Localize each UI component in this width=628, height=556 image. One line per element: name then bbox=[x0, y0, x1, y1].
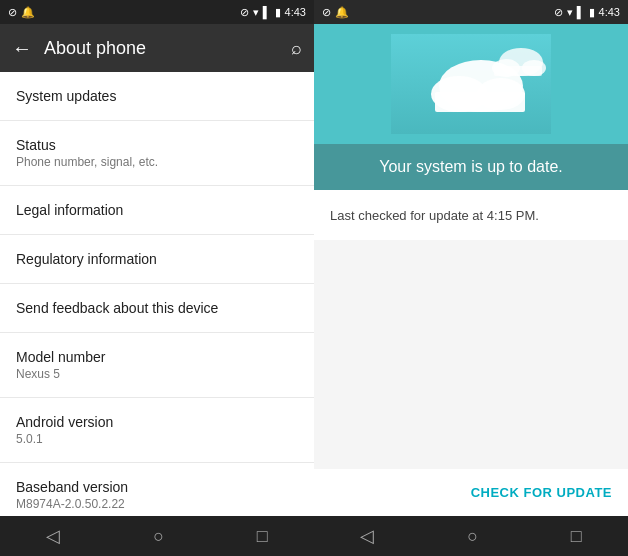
left-nav-bar: ◁ ○ □ bbox=[0, 516, 314, 556]
right-status-bar-left: ⊘ 🔔 bbox=[322, 6, 349, 19]
last-checked-section: Last checked for update at 4:15 PM. bbox=[314, 190, 628, 240]
cloud-banner bbox=[314, 24, 628, 144]
svg-rect-4 bbox=[435, 92, 525, 112]
right-battery-icon: ▮ bbox=[589, 6, 595, 19]
cloud-illustration bbox=[391, 34, 551, 134]
right-status-bar-right: ⊘ ▾ ▌ ▮ 4:43 bbox=[554, 6, 620, 19]
battery-icon: ▮ bbox=[275, 6, 281, 19]
back-button[interactable]: ← bbox=[12, 37, 32, 60]
menu-item-status[interactable]: Status Phone number, signal, etc. bbox=[0, 121, 314, 186]
signal-icon: ▌ bbox=[263, 6, 271, 18]
right-no-symbol-icon: ⊘ bbox=[554, 6, 563, 19]
menu-item-baseband-version[interactable]: Baseband version M8974A-2.0.50.2.22 bbox=[0, 463, 314, 516]
right-wifi-icon: ▾ bbox=[567, 6, 573, 19]
search-button[interactable]: ⌕ bbox=[291, 38, 302, 59]
menu-item-system-updates[interactable]: System updates bbox=[0, 72, 314, 121]
right-time: 4:43 bbox=[599, 6, 620, 18]
menu-item-title: Regulatory information bbox=[16, 251, 298, 267]
menu-item-title: Model number bbox=[16, 349, 298, 365]
right-nav-home-button[interactable]: ○ bbox=[467, 526, 478, 547]
status-bar-right-icons: ⊘ ▾ ▌ ▮ 4:43 bbox=[240, 6, 306, 19]
last-checked-text: Last checked for update at 4:15 PM. bbox=[330, 208, 539, 223]
menu-item-title: System updates bbox=[16, 88, 298, 104]
right-sim-icon: ⊘ bbox=[322, 6, 331, 19]
nav-home-button[interactable]: ○ bbox=[153, 526, 164, 547]
left-panel: ⊘ 🔔 ⊘ ▾ ▌ ▮ 4:43 ← About phone ⌕ System … bbox=[0, 0, 314, 556]
right-panel: ⊘ 🔔 ⊘ ▾ ▌ ▮ 4:43 bbox=[314, 0, 628, 556]
update-status-text: Your system is up to date. bbox=[379, 158, 563, 176]
no-symbol-icon: ⊘ bbox=[240, 6, 249, 19]
menu-item-title: Legal information bbox=[16, 202, 298, 218]
menu-item-subtitle: 5.0.1 bbox=[16, 432, 298, 446]
sound-icon: 🔔 bbox=[21, 6, 35, 19]
right-signal-icon: ▌ bbox=[577, 6, 585, 18]
svg-rect-8 bbox=[494, 66, 542, 76]
left-time: 4:43 bbox=[285, 6, 306, 18]
right-nav-recent-button[interactable]: □ bbox=[571, 526, 582, 547]
check-update-section: CHECK FOR UPDATE bbox=[314, 469, 628, 516]
menu-item-subtitle: Nexus 5 bbox=[16, 367, 298, 381]
right-nav-back-button[interactable]: ◁ bbox=[360, 525, 374, 547]
update-status-section: Your system is up to date. bbox=[314, 144, 628, 190]
menu-list: System updates Status Phone number, sign… bbox=[0, 72, 314, 516]
status-bar-left-icons: ⊘ 🔔 bbox=[8, 6, 35, 19]
menu-item-regulatory-information[interactable]: Regulatory information bbox=[0, 235, 314, 284]
menu-item-subtitle: Phone number, signal, etc. bbox=[16, 155, 298, 169]
menu-item-title: Status bbox=[16, 137, 298, 153]
menu-item-subtitle: M8974A-2.0.50.2.22 bbox=[16, 497, 298, 511]
right-status-bar: ⊘ 🔔 ⊘ ▾ ▌ ▮ 4:43 bbox=[314, 0, 628, 24]
page-title: About phone bbox=[44, 38, 279, 59]
menu-item-send-feedback[interactable]: Send feedback about this device bbox=[0, 284, 314, 333]
menu-item-android-version[interactable]: Android version 5.0.1 bbox=[0, 398, 314, 463]
toolbar: ← About phone ⌕ bbox=[0, 24, 314, 72]
check-update-button[interactable]: CHECK FOR UPDATE bbox=[471, 485, 612, 500]
nav-recent-button[interactable]: □ bbox=[257, 526, 268, 547]
content-spacer bbox=[314, 240, 628, 469]
sim-icon: ⊘ bbox=[8, 6, 17, 19]
menu-item-title: Send feedback about this device bbox=[16, 300, 298, 316]
menu-item-title: Android version bbox=[16, 414, 298, 430]
wifi-icon: ▾ bbox=[253, 6, 259, 19]
nav-back-button[interactable]: ◁ bbox=[46, 525, 60, 547]
menu-item-model-number[interactable]: Model number Nexus 5 bbox=[0, 333, 314, 398]
right-sound-icon: 🔔 bbox=[335, 6, 349, 19]
menu-item-legal-information[interactable]: Legal information bbox=[0, 186, 314, 235]
right-nav-bar: ◁ ○ □ bbox=[314, 516, 628, 556]
left-status-bar: ⊘ 🔔 ⊘ ▾ ▌ ▮ 4:43 bbox=[0, 0, 314, 24]
menu-item-title: Baseband version bbox=[16, 479, 298, 495]
